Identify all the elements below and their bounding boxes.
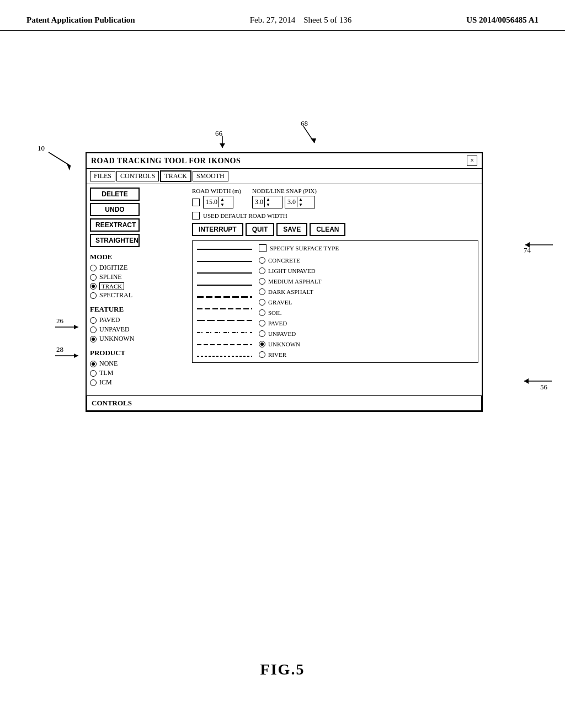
line-dashed-heavy (197, 294, 252, 299)
mode-track[interactable]: TRACK (90, 282, 186, 290)
radio-surface-unknown (259, 341, 265, 347)
spinner-down[interactable]: ▼ (219, 202, 226, 208)
ref-28-arrow (55, 352, 86, 360)
quit-button[interactable]: QUIT (246, 223, 275, 236)
line-solid-2 (197, 259, 252, 264)
line-dashed-long (197, 318, 252, 323)
snap-spinner-2[interactable]: ▲ ▼ (297, 197, 304, 207)
title-bar: ROAD TRACKING TOOL FOR IKONOS × (87, 153, 482, 169)
line-solid-4 (197, 282, 252, 288)
radio-none (90, 361, 97, 367)
surface-gravel[interactable]: GRAVEL (259, 299, 339, 306)
snap-label: NODE/LINE SNAP (PIX) (252, 188, 317, 194)
radio-spline (90, 274, 97, 281)
ref-68-arrow (301, 126, 334, 148)
undo-button[interactable]: UNDO (90, 203, 140, 216)
svg-marker-1 (66, 163, 71, 170)
surface-paved[interactable]: PAVED (259, 320, 339, 326)
surface-unknown-label: UNKNOWN (268, 341, 300, 347)
close-button[interactable]: × (467, 156, 477, 166)
interrupt-button[interactable]: INTERRUPT (192, 223, 243, 236)
snap-down-1[interactable]: ▼ (265, 202, 271, 208)
straighten-button[interactable]: STRAIGHTEN (90, 234, 140, 247)
radio-light-unpaved (259, 267, 265, 274)
menu-bar: FILES CONTROLS TRACK SMOOTH (87, 169, 482, 184)
radio-surface-unpaved (259, 330, 265, 337)
surface-box: SPECIFY SURFACE TYPE CONCRETE LIGHT UNPA… (192, 240, 478, 363)
snap-down-2[interactable]: ▼ (297, 202, 304, 208)
mode-track-label: TRACK (99, 282, 124, 290)
surface-soil[interactable]: SOIL (259, 309, 339, 316)
menu-files[interactable]: FILES (90, 171, 115, 181)
feature-unpaved[interactable]: UNPAVED (90, 325, 186, 334)
action-buttons-row: INTERRUPT QUIT SAVE CLEAN (192, 223, 478, 236)
mode-spectral-label: SPECTRAL (99, 291, 132, 299)
menu-smooth[interactable]: SMOOTH (193, 171, 228, 181)
header-center: Feb. 27, 2014 Sheet 5 of 136 (250, 15, 352, 25)
surface-concrete[interactable]: CONCRETE (259, 257, 339, 264)
svg-marker-5 (311, 138, 316, 143)
mode-spline[interactable]: SPLINE (90, 273, 186, 281)
product-tlm-label: TLM (99, 369, 113, 377)
left-panel: DELETE UNDO REEXTRACT STRAIGHTEN MODE DI… (90, 188, 186, 388)
dialog-container: ROAD TRACKING TOOL FOR IKONOS × FILES CO… (86, 152, 483, 412)
product-none[interactable]: NONE (90, 360, 186, 368)
surface-medium-asphalt[interactable]: MEDIUM ASPHALT (259, 278, 339, 285)
controls-bar: CONTROLS (87, 395, 482, 411)
menu-track[interactable]: TRACK (160, 170, 191, 182)
surface-dark-asphalt[interactable]: DARK ASPHALT (259, 288, 339, 295)
snap-input-2[interactable]: 3.0 ▲ ▼ (285, 196, 315, 208)
main-content: 10 66 68 74 56 26 28 (0, 31, 565, 42)
mode-digitize-label: DIGITIZE (99, 264, 127, 272)
clean-button[interactable]: CLEAN (310, 223, 345, 236)
product-tlm[interactable]: TLM (90, 369, 186, 377)
fig-label: FIG.5 (0, 661, 565, 678)
road-width-input[interactable]: 15.0 ▲ ▼ (203, 196, 233, 208)
ref-66-arrow (218, 136, 234, 152)
feature-label: FEATURE (90, 305, 186, 314)
snap-up-2[interactable]: ▲ (297, 197, 304, 202)
specify-surface-checkbox[interactable] (259, 244, 266, 252)
road-width-spinner[interactable]: ▲ ▼ (218, 197, 226, 207)
reextract-button[interactable]: REEXTRACT (90, 218, 140, 232)
snap-up-1[interactable]: ▲ (265, 197, 271, 202)
mode-spectral[interactable]: SPECTRAL (90, 291, 186, 299)
feature-unknown[interactable]: UNKNOWN (90, 335, 186, 343)
menu-controls[interactable]: CONTROLS (116, 171, 159, 181)
ref-74-arrow (521, 239, 554, 250)
snap-section: NODE/LINE SNAP (PIX) 3.0 ▲ ▼ (252, 188, 317, 208)
product-icm[interactable]: ICM (90, 378, 186, 387)
content-area: DELETE UNDO REEXTRACT STRAIGHTEN MODE DI… (87, 184, 482, 391)
left-buttons: DELETE UNDO REEXTRACT STRAIGHTEN (90, 188, 186, 247)
radio-paved (90, 317, 97, 324)
svg-marker-7 (525, 242, 530, 248)
surface-concrete-label: CONCRETE (268, 257, 300, 264)
delete-button[interactable]: DELETE (90, 188, 140, 201)
feature-paved[interactable]: PAVED (90, 316, 186, 324)
radio-icm (90, 379, 97, 386)
surface-paved-label: PAVED (268, 320, 287, 326)
mode-spline-label: SPLINE (99, 273, 122, 281)
snap-spinner-1[interactable]: ▲ ▼ (264, 197, 271, 207)
mode-digitize[interactable]: DIGITIZE (90, 264, 186, 272)
road-width-checkbox[interactable] (192, 199, 200, 206)
default-road-checkbox[interactable] (192, 212, 200, 220)
svg-marker-9 (524, 378, 529, 384)
surface-unknown[interactable]: UNKNOWN (259, 341, 339, 347)
svg-marker-11 (74, 325, 78, 329)
dialog-title: ROAD TRACKING TOOL FOR IKONOS (91, 157, 241, 165)
surface-light-unpaved[interactable]: LIGHT UNPAVED (259, 267, 339, 274)
line-solid (197, 247, 252, 252)
right-panel: ROAD WIDTH (m) 15.0 ▲ ▼ (192, 188, 478, 388)
surface-options: SPECIFY SURFACE TYPE CONCRETE LIGHT UNPA… (259, 244, 339, 359)
product-none-label: NONE (99, 360, 118, 368)
surface-river[interactable]: RIVER (259, 351, 339, 358)
save-button[interactable]: SAVE (276, 223, 307, 236)
svg-marker-13 (74, 354, 78, 358)
feature-unpaved-label: UNPAVED (99, 325, 130, 334)
snap-input-1[interactable]: 3.0 ▲ ▼ (252, 196, 282, 208)
spinner-up[interactable]: ▲ (219, 197, 226, 202)
surface-unpaved[interactable]: UNPAVED (259, 330, 339, 337)
radio-track (90, 283, 97, 290)
mode-label: MODE (90, 253, 186, 261)
